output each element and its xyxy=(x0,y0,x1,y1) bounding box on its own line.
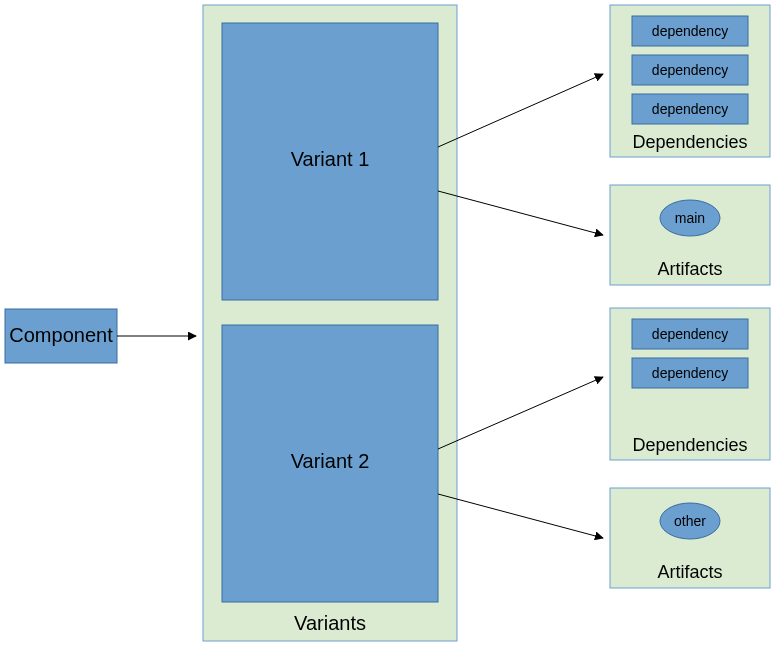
variant-1-node: Variant 1 xyxy=(222,23,438,300)
dependency-item: dependency xyxy=(632,94,748,124)
svg-text:other: other xyxy=(674,513,706,529)
component-node: Component xyxy=(5,309,117,363)
arrow-v2-to-deps xyxy=(438,377,603,449)
arrow-v1-to-artifacts xyxy=(438,191,603,235)
variants-label: Variants xyxy=(294,612,366,634)
variant1-artifacts-label: Artifacts xyxy=(657,259,722,279)
variants-container: Variants Variant 1 Variant 2 xyxy=(203,5,457,641)
variant2-dependencies-label: Dependencies xyxy=(632,435,747,455)
variant1-artifacts-container: Artifacts main xyxy=(610,185,770,285)
variant-2-node: Variant 2 xyxy=(222,325,438,602)
component-label: Component xyxy=(9,324,113,346)
variant2-artifacts-label: Artifacts xyxy=(657,562,722,582)
arrow-v1-to-deps xyxy=(438,74,603,147)
variant2-artifacts-container: Artifacts other xyxy=(610,488,770,588)
dependency-item: dependency xyxy=(632,319,748,349)
variant1-dependencies-container: Dependencies dependency dependency depen… xyxy=(610,5,770,157)
dependency-item: dependency xyxy=(632,55,748,85)
dependency-item: dependency xyxy=(632,358,748,388)
variant1-dependencies-label: Dependencies xyxy=(632,132,747,152)
svg-text:main: main xyxy=(675,210,705,226)
svg-text:dependency: dependency xyxy=(652,23,728,39)
artifact-other-node: other xyxy=(660,503,720,539)
svg-text:dependency: dependency xyxy=(652,62,728,78)
dependency-item: dependency xyxy=(632,16,748,46)
diagram: Component Variants Variant 1 Variant 2 D… xyxy=(0,0,774,646)
variant2-dependencies-container: Dependencies dependency dependency xyxy=(610,308,770,460)
variant-2-label: Variant 2 xyxy=(291,450,370,472)
artifact-main-node: main xyxy=(660,200,720,236)
svg-text:dependency: dependency xyxy=(652,101,728,117)
svg-text:dependency: dependency xyxy=(652,365,728,381)
variant-1-label: Variant 1 xyxy=(291,148,370,170)
arrow-v2-to-artifacts xyxy=(438,494,603,538)
svg-text:dependency: dependency xyxy=(652,326,728,342)
